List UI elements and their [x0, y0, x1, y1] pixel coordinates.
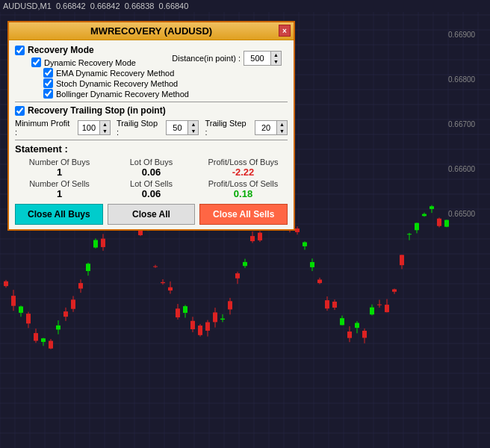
- recovery-mode-checkbox[interactable]: [15, 46, 25, 55]
- close-all-buys-button[interactable]: Close All Buys: [15, 204, 103, 225]
- num-sells-cell: Number Of Sells 1: [15, 179, 104, 199]
- ema-label: EMA Dynamic Recovery Method: [56, 69, 174, 78]
- trailing-stop-spinner[interactable]: ▲ ▼: [166, 120, 199, 135]
- trailing-stop-value-label: Trailig Stop :: [117, 119, 161, 137]
- profit-sells-cell: Profit/Loss Of Sells 0.18: [199, 179, 288, 199]
- min-profit-down[interactable]: ▼: [99, 128, 110, 134]
- trailing-step-up[interactable]: ▲: [276, 121, 287, 128]
- trailing-step-input[interactable]: [255, 122, 276, 133]
- min-profit-spinner[interactable]: ▲ ▼: [78, 120, 111, 135]
- num-sells-value: 1: [15, 188, 104, 199]
- trailing-stop-label[interactable]: Recovery Trailing Stop (in point): [15, 105, 166, 116]
- symbol-label: AUDUSD,M1: [3, 1, 52, 10]
- chart-topbar: AUDUSD,M1 0.66842 0.66842 0.66838 0.6684…: [0, 0, 490, 12]
- distance-down[interactable]: ▼: [270, 58, 281, 65]
- profit-sells-value: 0.18: [199, 188, 288, 199]
- header-content: Distance(in point) : ▲ ▼ Recovery Mode: [15, 45, 288, 99]
- min-profit-up[interactable]: ▲: [99, 121, 110, 128]
- mwrecovery-dialog: MWRECOVERY (AUDUSD) × Distance(in point)…: [7, 21, 295, 231]
- lot-sells-label: Lot Of Sells: [107, 179, 196, 188]
- dynamic-recovery-checkbox[interactable]: [31, 57, 41, 67]
- stoch-label: Stoch Dynamic Recovery Method: [56, 79, 178, 88]
- dialog-body: Distance(in point) : ▲ ▼ Recovery Mode: [9, 40, 294, 229]
- ema-option: EMA Dynamic Recovery Method: [43, 68, 288, 78]
- profit-sells-label: Profit/Loss Of Sells: [199, 179, 288, 188]
- distance-up[interactable]: ▲: [270, 52, 281, 58]
- divider2: [15, 140, 288, 140]
- statement-title: Statement :: [15, 143, 288, 155]
- trailing-step-spinner[interactable]: ▲ ▼: [255, 120, 288, 135]
- trailing-stop-checkbox[interactable]: [15, 106, 25, 116]
- distance-label: Distance(in point) :: [172, 54, 241, 63]
- trailing-stop-down[interactable]: ▼: [187, 128, 198, 134]
- close-button[interactable]: ×: [279, 25, 291, 37]
- min-profit-input[interactable]: [78, 122, 99, 133]
- trailing-stop-input[interactable]: [167, 122, 187, 133]
- recovery-mode-label[interactable]: Recovery Mode: [15, 45, 94, 55]
- lot-buys-value: 0.06: [107, 167, 196, 178]
- buttons-row: Close All Buys Close All Close All Sells: [15, 204, 288, 225]
- distance-spinner[interactable]: ▲ ▼: [244, 51, 282, 66]
- lot-sells-value: 0.06: [107, 188, 196, 199]
- trailing-step-down[interactable]: ▼: [276, 128, 287, 134]
- bollinger-label: Bollinger Dynamic Recovery Method: [56, 90, 189, 99]
- profit-buys-cell: Profit/Loss Of Buys -2.22: [199, 158, 288, 178]
- num-buys-label: Number Of Buys: [15, 158, 104, 167]
- profit-buys-value: -2.22: [199, 167, 288, 178]
- dynamic-recovery-label: Dynamic Recovery Mode: [44, 58, 136, 67]
- stats-grid: Number Of Buys 1 Lot Of Buys 0.06 Profit…: [15, 158, 288, 199]
- close-all-button[interactable]: Close All: [108, 204, 196, 225]
- dialog-title: MWRECOVERY (AUDUSD) ×: [9, 22, 294, 40]
- stoch-option: Stoch Dynamic Recovery Method: [43, 78, 288, 88]
- num-buys-cell: Number Of Buys 1: [15, 158, 104, 178]
- num-sells-label: Number Of Sells: [15, 179, 104, 188]
- min-profit-label: Minimum Profit :: [15, 119, 72, 137]
- trailing-stop-up[interactable]: ▲: [187, 121, 198, 128]
- close-all-sells-button[interactable]: Close All Sells: [199, 204, 288, 225]
- lot-buys-cell: Lot Of Buys 0.06: [107, 158, 196, 178]
- num-buys-value: 1: [15, 167, 104, 178]
- ema-checkbox[interactable]: [43, 68, 53, 78]
- divider1: [15, 102, 288, 102]
- bollinger-option: Bollinger Dynamic Recovery Method: [43, 89, 288, 99]
- distance-input[interactable]: [244, 53, 270, 63]
- distance-row: Distance(in point) : ▲ ▼: [172, 51, 282, 66]
- trailing-params-row: Minimum Profit : ▲ ▼ Trailig Stop : ▲ ▼ …: [15, 119, 288, 137]
- price-display: 0.66842 0.66842 0.66838 0.66840: [54, 1, 189, 10]
- bollinger-checkbox[interactable]: [43, 89, 53, 99]
- lot-buys-label: Lot Of Buys: [107, 158, 196, 167]
- lot-sells-cell: Lot Of Sells 0.06: [107, 179, 196, 199]
- stoch-checkbox[interactable]: [43, 78, 53, 88]
- profit-buys-label: Profit/Loss Of Buys: [199, 158, 288, 167]
- trailing-step-label: Trailig Step :: [205, 119, 249, 137]
- trailing-stop-section: Recovery Trailing Stop (in point): [15, 105, 288, 116]
